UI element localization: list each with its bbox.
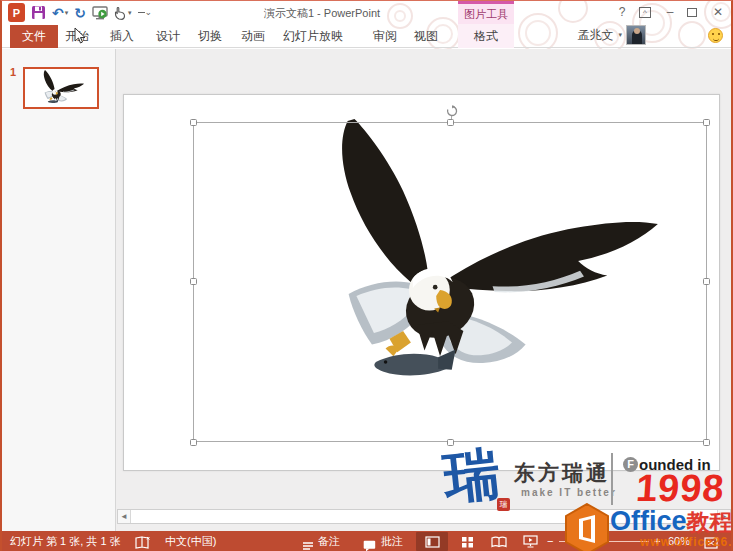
slide-thumbnail-panel[interactable]: 1 (2, 49, 116, 531)
office-logo-icon (562, 503, 612, 551)
picture-tools-accent-strip (458, 1, 514, 4)
tab-transitions[interactable]: 切换 (198, 25, 222, 48)
picture-tools-label: 图片工具 (458, 7, 514, 22)
maximize-button[interactable] (687, 8, 701, 17)
calligraphy-character: 瑞 (440, 436, 504, 517)
slide-sorter-button[interactable] (454, 532, 480, 551)
handle-top-left[interactable] (190, 119, 197, 126)
title-bar: P ↶ ▾ ↻ (2, 1, 731, 24)
window-controls: ? ^ – ✕ (615, 5, 725, 19)
site-url: www.office26.com (640, 535, 733, 549)
handle-middle-left[interactable] (190, 278, 197, 285)
contextual-tools-header: 图片工具 (458, 1, 514, 24)
account-menu[interactable]: 孟兆文 ▾ (577, 25, 646, 45)
notes-button[interactable] (302, 535, 314, 551)
user-name: 孟兆文 (577, 27, 613, 44)
ribbon-display-options-button[interactable]: ^ (639, 7, 653, 18)
tab-slideshow[interactable]: 幻灯片放映 (283, 25, 343, 48)
comments-button[interactable] (363, 535, 376, 551)
powerpoint-window: P ↶ ▾ ↻ (0, 0, 733, 551)
undo-button[interactable]: ↶ ▾ (52, 3, 68, 22)
tab-picture-format[interactable]: 格式 (458, 24, 514, 48)
slideshow-screen-icon (92, 6, 108, 20)
comments-icon (363, 540, 376, 551)
maximize-icon (687, 8, 697, 17)
language-indicator[interactable]: 中文(中国) (165, 531, 216, 551)
touch-mouse-mode-button[interactable]: ▾ (114, 3, 132, 22)
customize-qat-button[interactable]: ⌄ (138, 3, 153, 22)
undo-icon: ↶ (52, 6, 64, 20)
help-button[interactable]: ? (615, 5, 629, 19)
tab-review[interactable]: 审阅 (373, 25, 397, 48)
quick-access-toolbar: P ↶ ▾ ↻ (8, 2, 152, 23)
save-button[interactable] (31, 3, 46, 22)
proofing-book-icon (135, 536, 150, 549)
touch-hand-icon (114, 6, 127, 20)
slide-number-label: 1 (10, 66, 16, 78)
company-name: 东方瑞通 (514, 459, 610, 487)
user-avatar[interactable] (626, 25, 646, 45)
proofing-indicator[interactable] (135, 535, 150, 551)
account-caret-icon: ▾ (618, 31, 622, 39)
picture-selection-outline (193, 122, 707, 442)
slide-thumbnail-1[interactable] (23, 67, 99, 109)
tab-file[interactable]: 文件 (10, 25, 58, 48)
handle-top-right[interactable] (703, 119, 710, 126)
rotate-handle[interactable] (446, 105, 458, 117)
slideshow-view-button[interactable] (516, 532, 544, 551)
handle-bottom-left[interactable] (190, 439, 197, 446)
save-floppy-icon (31, 5, 46, 20)
comments-label[interactable]: 批注 (381, 531, 403, 551)
tab-view[interactable]: 视图 (414, 25, 438, 48)
reading-view-icon (491, 536, 507, 548)
send-a-smile-icon[interactable] (708, 28, 723, 43)
tab-insert[interactable]: 插入 (110, 25, 134, 48)
zoom-out-button[interactable]: − (547, 531, 553, 551)
site-brand: Office教程网 (610, 506, 733, 538)
normal-view-icon (425, 536, 440, 548)
undo-dropdown-caret[interactable]: ▾ (65, 9, 69, 17)
slide-counter: 幻灯片 第 1 张, 共 1 张 (10, 531, 121, 551)
handle-middle-right[interactable] (703, 278, 710, 285)
office26-watermark: Office教程网 www.office26.com (562, 495, 733, 551)
tab-design[interactable]: 设计 (156, 25, 180, 48)
circled-f-icon: F (623, 457, 638, 472)
redo-button[interactable]: ↻ (74, 3, 86, 22)
handle-top-middle[interactable] (447, 119, 454, 126)
reading-view-button[interactable] (485, 532, 513, 551)
minimize-button[interactable]: – (663, 5, 677, 19)
mouse-cursor (74, 27, 86, 45)
redo-icon: ↻ (74, 6, 86, 20)
window-title: 演示文稿1 - PowerPoint (242, 6, 402, 21)
start-slideshow-button[interactable] (92, 3, 108, 22)
red-seal-stamp: 瑞 (497, 498, 510, 511)
notes-icon (302, 540, 314, 551)
eagle-thumbnail-image (28, 70, 94, 106)
slideshow-view-icon (523, 535, 538, 548)
scroll-left-arrow[interactable]: ◄ (118, 510, 131, 523)
touch-mode-caret[interactable]: ▾ (128, 9, 132, 17)
powerpoint-app-icon[interactable]: P (8, 3, 25, 22)
normal-view-button[interactable] (416, 532, 448, 551)
ribbon-display-icon: ^ (639, 7, 651, 18)
tab-animations[interactable]: 动画 (241, 25, 265, 48)
slide-sorter-icon (461, 536, 474, 548)
notes-label[interactable]: 备注 (318, 531, 340, 551)
close-button[interactable]: ✕ (711, 5, 725, 19)
